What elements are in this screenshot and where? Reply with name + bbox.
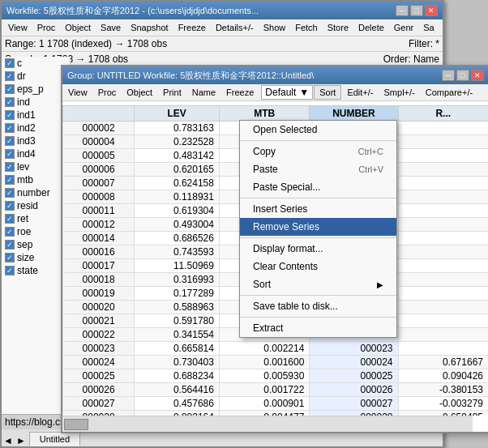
- checkbox-c[interactable]: ✓: [5, 58, 15, 68]
- menu-details[interactable]: Details+/-: [211, 21, 259, 34]
- menu-snapshot[interactable]: Snapshot: [126, 21, 173, 34]
- col-header-r[interactable]: R...: [398, 106, 488, 122]
- ctx-clear-contents[interactable]: Clear Contents: [240, 258, 396, 275]
- edit-button[interactable]: Edit+/-: [342, 85, 378, 100]
- ctx-sort[interactable]: Sort ▶: [240, 275, 396, 293]
- cell-id: 000012: [63, 218, 135, 232]
- minimize-button[interactable]: ─: [396, 5, 409, 16]
- list-item-ind[interactable]: ✓ ind: [2, 96, 70, 109]
- menu-genr[interactable]: Genr: [389, 21, 418, 34]
- list-item-ret[interactable]: ✓ ret: [2, 212, 70, 225]
- child-menu-proc[interactable]: Proc: [93, 85, 122, 100]
- tab-nav-left[interactable]: ◄: [2, 435, 15, 446]
- menu-object[interactable]: Object: [60, 21, 96, 34]
- cell-r: [398, 135, 488, 149]
- checkbox-eps_p[interactable]: ✓: [5, 84, 15, 94]
- ctx-sep-2: [240, 198, 396, 198]
- list-item-ind1[interactable]: ✓ ind1: [2, 109, 70, 122]
- list-item-c[interactable]: ✓ c: [2, 57, 70, 70]
- list-item-resid[interactable]: ✓ resid: [2, 199, 70, 212]
- child-minimize[interactable]: ─: [442, 70, 455, 81]
- ctx-sep-4: [240, 295, 396, 296]
- col-header-mtb[interactable]: MTB: [219, 106, 309, 122]
- list-item-size[interactable]: ✓ size: [2, 251, 70, 264]
- table-row[interactable]: 0000260.5644160.001722000026-0.380153: [63, 383, 489, 397]
- order-text: Order: Name: [383, 53, 439, 65]
- menu-proc[interactable]: Proc: [32, 21, 61, 34]
- list-item-lev[interactable]: ✓ lev: [2, 160, 70, 173]
- list-item-ind2[interactable]: ✓ ind2: [2, 122, 70, 134]
- tab-untitled[interactable]: Untitled: [29, 432, 80, 446]
- ctx-insert-series[interactable]: Insert Series: [240, 200, 396, 218]
- hscroll-thumb[interactable]: [64, 419, 88, 430]
- menu-view[interactable]: View: [3, 21, 32, 34]
- checkbox-ind1[interactable]: ✓: [5, 110, 15, 120]
- ctx-remove-series[interactable]: Remove Series: [240, 218, 396, 236]
- close-button[interactable]: ✕: [425, 5, 438, 16]
- list-item-mtb[interactable]: ✓ mtb: [2, 173, 70, 186]
- checkbox-sep[interactable]: ✓: [5, 240, 15, 250]
- list-item-ind4[interactable]: ✓ ind4: [2, 147, 70, 160]
- list-item-ind3[interactable]: ✓ ind3: [2, 134, 70, 147]
- checkbox-size[interactable]: ✓: [5, 253, 15, 262]
- list-item-sep[interactable]: ✓ sep: [2, 238, 70, 251]
- cell-number: 000027: [310, 397, 398, 411]
- checkbox-ind[interactable]: ✓: [5, 97, 15, 107]
- table-row[interactable]: 0000240.7304030.0016000000240.671667: [63, 356, 489, 369]
- checkbox-mtb[interactable]: ✓: [5, 175, 15, 185]
- cell-lev: 0.232528: [135, 135, 220, 149]
- menu-store[interactable]: Store: [323, 21, 353, 34]
- menu-delete[interactable]: Delete: [353, 21, 389, 34]
- ctx-paste-special[interactable]: Paste Special...: [240, 178, 396, 196]
- child-close[interactable]: ✕: [471, 70, 484, 81]
- ctx-open-selected[interactable]: Open Selected: [240, 121, 396, 139]
- checkbox-roe[interactable]: ✓: [5, 227, 15, 237]
- menu-save[interactable]: Save: [96, 21, 126, 34]
- list-item-roe[interactable]: ✓ roe: [2, 225, 70, 238]
- menu-sa[interactable]: Sa: [418, 21, 439, 34]
- maximize-button[interactable]: □: [410, 5, 423, 16]
- cell-r: [398, 314, 488, 328]
- cell-id: 000017: [63, 259, 135, 273]
- table-row[interactable]: 0000270.4576860.000901000027-0.003279: [63, 397, 489, 411]
- ctx-display-format[interactable]: Display format...: [240, 240, 396, 258]
- col-header-number[interactable]: NUMBER: [310, 106, 398, 122]
- ctx-save-table[interactable]: Save table to disk...: [240, 297, 396, 315]
- ctx-extract[interactable]: Extract: [240, 319, 396, 337]
- child-menu-object[interactable]: Object: [122, 85, 157, 100]
- checkbox-state[interactable]: ✓: [5, 266, 15, 275]
- compare-button[interactable]: Compare+/-: [421, 85, 477, 100]
- col-header-lev[interactable]: LEV: [135, 106, 220, 122]
- checkbox-number[interactable]: ✓: [5, 188, 15, 198]
- menu-fetch[interactable]: Fetch: [290, 21, 323, 34]
- list-item-dr[interactable]: ✓ dr: [2, 70, 70, 83]
- table-row[interactable]: 0000250.6882340.0059300000250.090426: [63, 369, 489, 383]
- list-item-eps_p[interactable]: ✓ eps_p: [2, 83, 70, 96]
- menu-freeze[interactable]: Freeze: [173, 21, 211, 34]
- list-item-number[interactable]: ✓ number: [2, 186, 70, 199]
- list-label-sep: sep: [17, 239, 32, 250]
- tab-nav-right[interactable]: ►: [15, 435, 28, 446]
- checkbox-resid[interactable]: ✓: [5, 201, 15, 211]
- child-menu-print[interactable]: Print: [158, 85, 186, 100]
- child-maximize[interactable]: □: [456, 70, 469, 81]
- sort-button[interactable]: Sort: [314, 85, 341, 100]
- cell-id: 000005: [63, 149, 135, 163]
- checkbox-lev[interactable]: ✓: [5, 162, 15, 172]
- checkbox-ind3[interactable]: ✓: [5, 136, 15, 146]
- child-menu-view[interactable]: View: [63, 85, 92, 100]
- smpl-button[interactable]: Smpl+/-: [379, 85, 420, 100]
- checkbox-dr[interactable]: ✓: [5, 71, 15, 81]
- checkbox-ind4[interactable]: ✓: [5, 149, 15, 159]
- ctx-paste[interactable]: Paste Ctrl+V: [240, 160, 396, 178]
- ctx-copy[interactable]: Copy Ctrl+C: [240, 143, 396, 160]
- checkbox-ret[interactable]: ✓: [5, 214, 15, 224]
- child-menu-freeze[interactable]: Freeze: [221, 85, 259, 100]
- menu-show[interactable]: Show: [259, 21, 291, 34]
- table-row[interactable]: 0000230.6658140.002214000023: [63, 342, 489, 356]
- list-item-state[interactable]: ✓ state: [2, 264, 70, 277]
- horizontal-scrollbar[interactable]: [62, 416, 473, 432]
- child-menu-name[interactable]: Name: [187, 85, 220, 100]
- display-dropdown[interactable]: Default ▼: [261, 85, 313, 100]
- checkbox-ind2[interactable]: ✓: [5, 123, 15, 133]
